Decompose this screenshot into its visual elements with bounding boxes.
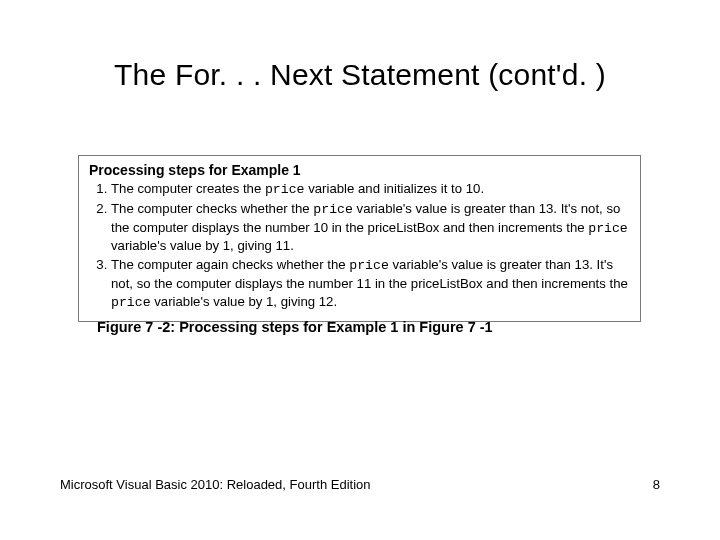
step-text: The computer creates the [111, 181, 265, 196]
list-item: The computer checks whether the price va… [111, 200, 630, 255]
code-word: price [265, 182, 305, 197]
step-text: variable's value by 1, giving 12. [151, 294, 338, 309]
step-text: variable's value by 1, giving 11. [111, 238, 294, 253]
figure-caption: Figure 7 -2: Processing steps for Exampl… [97, 319, 493, 335]
code-word: price [588, 221, 628, 236]
slide-title: The For. . . Next Statement (cont'd. ) [0, 58, 720, 92]
code-word: price [313, 202, 353, 217]
footer-left: Microsoft Visual Basic 2010: Reloaded, F… [60, 477, 370, 492]
figure-box: Processing steps for Example 1 The compu… [78, 155, 641, 322]
step-text: variable and initializes it to 10. [305, 181, 485, 196]
list-item: The computer creates the price variable … [111, 180, 630, 199]
page-number: 8 [653, 477, 660, 492]
code-word: price [349, 258, 389, 273]
processing-steps-list: The computer creates the price variable … [89, 180, 630, 312]
step-text: The computer again checks whether the [111, 257, 349, 272]
slide: The For. . . Next Statement (cont'd. ) P… [0, 0, 720, 540]
code-word: price [111, 295, 151, 310]
list-item: The computer again checks whether the pr… [111, 256, 630, 311]
figure-heading: Processing steps for Example 1 [89, 162, 630, 178]
step-text: The computer checks whether the [111, 201, 313, 216]
